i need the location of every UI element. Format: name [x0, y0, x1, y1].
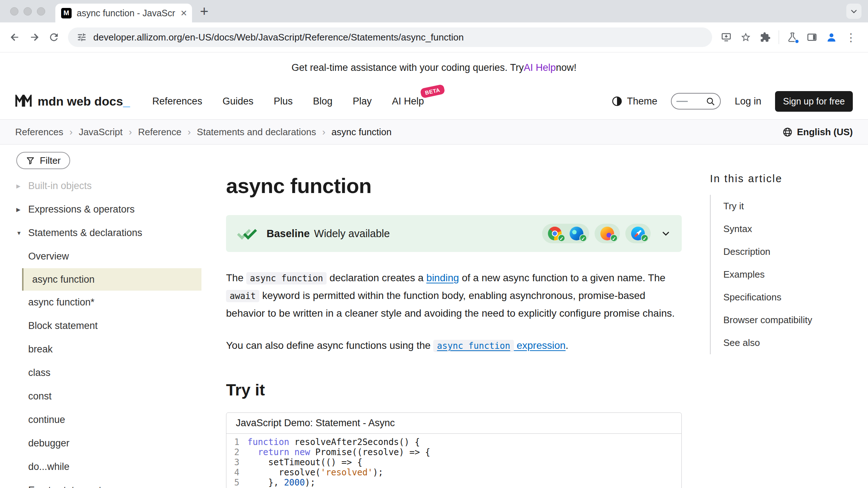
breadcrumb: References›JavaScript›Reference›Statemen… [15, 127, 392, 138]
sidebar-item[interactable]: ▶Built-in objects [16, 174, 201, 198]
sidebar-item[interactable]: const [16, 385, 201, 408]
sidebar-item[interactable]: ▼Statements & declarations [16, 221, 201, 245]
url-bar[interactable]: developer.allizom.org/en-US/docs/Web/Jav… [68, 27, 712, 47]
search-input[interactable] [671, 93, 721, 110]
baseline-banner[interactable]: Baseline Widely available ✓✓✓✓ [226, 215, 682, 252]
nav-item-blog[interactable]: Blog [313, 96, 332, 107]
sidebar-item-label: const [28, 391, 52, 402]
zoom-window-button[interactable] [37, 7, 45, 16]
tab-list-chevron-icon[interactable] [846, 4, 861, 19]
nav-item-play[interactable]: Play [353, 96, 372, 107]
toc-link[interactable]: See also [723, 331, 857, 354]
code-line: 3 setTimeout(() => { [232, 457, 681, 467]
nav-item-references[interactable]: References [152, 96, 202, 107]
tab-title: async function - JavaScript | [77, 8, 175, 18]
breadcrumb-link[interactable]: Reference [138, 127, 182, 138]
sidebar: Filter ▶Built-in objects▶Expressions & o… [0, 145, 212, 488]
labs-button[interactable] [783, 27, 802, 47]
minimize-window-button[interactable] [24, 7, 32, 16]
article: async function Baseline Widely available… [212, 145, 696, 488]
breadcrumb-link[interactable]: async function [332, 127, 392, 138]
breadcrumb-separator-icon: › [129, 127, 132, 138]
baseline-expand-chevron[interactable] [661, 228, 671, 239]
sidebar-item[interactable]: async function [22, 268, 201, 291]
mdn-logo[interactable]: mdn web docs_ [15, 94, 130, 108]
ai-help-link[interactable]: AI Help [524, 62, 556, 73]
sidebar-item-label: Empty statement [28, 485, 102, 488]
baseline-check-icon [237, 227, 257, 240]
nav-item-plus[interactable]: Plus [274, 96, 293, 107]
inline-link[interactable]: binding [426, 272, 459, 283]
sidebar-item[interactable]: continue [16, 408, 201, 432]
inline-link[interactable]: expression [514, 340, 566, 351]
window-controls [10, 7, 45, 16]
site-settings-icon[interactable] [77, 32, 87, 42]
toolbar-divider [779, 30, 779, 44]
language-switcher[interactable]: English (US) [782, 127, 853, 138]
line-number: 2 [232, 447, 247, 457]
mdn-logo-mark-icon [15, 95, 32, 108]
code-text: resolve('resolved'); [247, 467, 383, 478]
chevron-down-icon [661, 228, 671, 239]
sidebar-item[interactable]: async function* [16, 291, 201, 314]
code-token [289, 447, 294, 457]
sidebar-item[interactable]: ▶Expressions & operators [16, 198, 201, 221]
breadcrumb-link[interactable]: JavaScript [79, 127, 123, 138]
sidebar-item[interactable]: class [16, 361, 201, 385]
signup-button[interactable]: Sign up for free [775, 91, 853, 112]
sidebar-item-label: async function [32, 274, 95, 285]
forward-button[interactable] [25, 27, 44, 47]
code-line: 2 return new Promise((resolve) => { [232, 447, 681, 457]
site-header: mdn web docs_ ReferencesGuidesPlusBlogPl… [0, 83, 868, 119]
main-nav: ReferencesGuidesPlusBlogPlayAI HelpBETA [152, 96, 424, 107]
sidebar-item-label: Expressions & operators [28, 204, 135, 215]
sidebar-item[interactable]: break [16, 338, 201, 361]
code-token: }, [247, 478, 284, 488]
reload-button[interactable] [44, 27, 64, 47]
filter-button[interactable]: Filter [16, 152, 70, 169]
search-icon[interactable] [706, 97, 715, 106]
sidebar-item[interactable]: do...while [16, 455, 201, 479]
code-line: 5 }, 2000); [232, 478, 681, 488]
sidebar-item-label: async function* [28, 297, 94, 308]
new-tab-button[interactable]: + [200, 4, 208, 18]
promo-text-suffix: now! [556, 62, 576, 73]
breadcrumb-link[interactable]: Statements and declarations [197, 127, 316, 138]
close-window-button[interactable] [10, 7, 18, 16]
reload-icon [48, 31, 60, 43]
toc-link[interactable]: Description [723, 240, 857, 263]
triangle-right-icon: ▶ [16, 183, 24, 189]
code-text: function resolveAfter2Seconds() { [247, 437, 420, 447]
extensions-button[interactable] [756, 27, 775, 47]
promo-text-prefix: Get real-time assistance with your codin… [292, 62, 524, 73]
nav-item-guides[interactable]: Guides [222, 96, 254, 107]
theme-toggle[interactable]: Theme [612, 96, 657, 107]
tab-close-icon[interactable]: × [180, 8, 187, 18]
side-panel-button[interactable] [802, 27, 822, 47]
side-panel-icon [807, 32, 817, 43]
toc-link[interactable]: Try it [723, 195, 857, 218]
sidebar-item[interactable]: debugger [16, 432, 201, 455]
sidebar-list: ▶Built-in objects▶Expressions & operator… [16, 174, 201, 488]
code-editor[interactable]: 1function resolveAfter2Seconds() {2 retu… [226, 434, 681, 488]
back-button[interactable] [5, 27, 25, 47]
toc-link[interactable]: Browser compatibility [723, 309, 857, 331]
bookmark-button[interactable] [736, 27, 756, 47]
toc-link[interactable]: Syntax [723, 218, 857, 240]
locale-label: English (US) [797, 127, 853, 138]
sidebar-item[interactable]: Overview [16, 245, 201, 268]
nav-item-ai-help[interactable]: AI HelpBETA [392, 96, 424, 107]
install-app-button[interactable] [716, 27, 736, 47]
login-link[interactable]: Log in [735, 96, 761, 107]
profile-button[interactable] [822, 27, 841, 47]
toc-link[interactable]: Examples [723, 263, 857, 286]
page-title: async function [226, 174, 682, 198]
baseline-status: Baseline Widely available [267, 228, 390, 240]
sidebar-item[interactable]: Block statement [16, 314, 201, 338]
inline-link[interactable]: async function [433, 340, 514, 352]
sidebar-item[interactable]: Empty statement [16, 479, 201, 488]
browser-menu-button[interactable]: ⋮ [841, 27, 861, 47]
toc-link[interactable]: Specifications [723, 286, 857, 309]
breadcrumb-link[interactable]: References [15, 127, 63, 138]
browser-tab[interactable]: M async function - JavaScript | × [55, 4, 192, 22]
